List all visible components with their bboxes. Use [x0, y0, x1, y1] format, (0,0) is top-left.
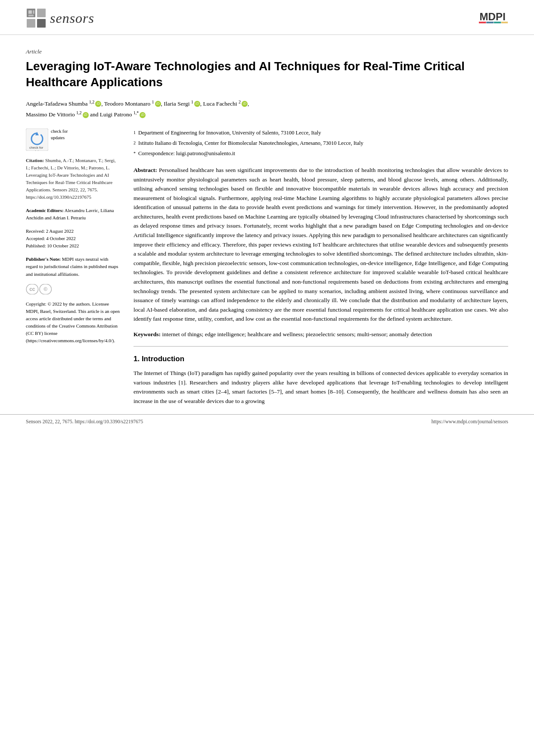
svg-rect-9: [479, 22, 486, 23]
orcid-icon: iD: [83, 112, 89, 118]
affil-num-1: 1: [134, 128, 136, 137]
sensors-journal-icon: [26, 8, 47, 28]
citation-label: Citation:: [26, 158, 44, 163]
affil-ref: 1,*: [134, 110, 139, 115]
keywords-label: Keywords:: [134, 331, 161, 337]
affil-text-2: Istituto Italiano di Tecnologia, Center …: [138, 139, 363, 147]
authors-section: Angela-Tafadzwa Shumba 1,2iD, Teodoro Mo…: [0, 90, 534, 120]
left-column: check for updates check for updates Cita…: [26, 128, 121, 406]
publishers-note-box: Publisher's Note: MDPI stays neutral wit…: [26, 256, 121, 278]
header: sensors MDPI: [0, 0, 534, 35]
affil-ref: 2: [239, 99, 241, 104]
orcid-icon: iD: [155, 101, 161, 107]
svg-text:©: ©: [43, 286, 47, 292]
affil-text-1: Department of Engineering for Innovation…: [138, 128, 321, 137]
academic-editors-box: Academic Editors: Alexandru Lavric, Lili…: [26, 207, 121, 222]
received-date: Received: 2 August 2022: [26, 228, 121, 235]
orcid-icon: iD: [95, 101, 101, 107]
citation-box: Citation: Shumba, A.-T.; Montanaro, T.; …: [26, 157, 121, 201]
svg-rect-4: [28, 10, 32, 14]
keywords-text: Keywords: internet of things; edge intel…: [134, 330, 508, 339]
check-updates-box: check for updates check for updates: [26, 128, 121, 151]
author-line1: Angela-Tafadzwa Shumba 1,2iD, Teodoro Mo…: [26, 100, 249, 107]
footer-right: https://www.mdpi.com/journal/sensors: [432, 418, 508, 425]
mdpi-logo-icon: MDPI: [479, 9, 508, 25]
abstract-label: Abstract:: [134, 167, 157, 173]
accepted-date: Accepted: 4 October 2022: [26, 235, 121, 242]
main-title-section: Leveraging IoT-Aware Technologies and AI…: [0, 56, 534, 90]
keywords-section: Keywords: internet of things; edge intel…: [134, 330, 508, 339]
affiliations-section: 1 Department of Engineering for Innovati…: [134, 128, 508, 158]
sensors-logo: sensors: [26, 8, 94, 28]
journal-name: sensors: [50, 8, 94, 28]
mdpi-logo-container: MDPI: [479, 9, 508, 28]
affil-num-star: *: [134, 149, 136, 158]
author-line2: Massimo De Vittorio 1,2iD and Luigi Patr…: [26, 111, 146, 118]
copyright-text: Copyright: © 2022 by the authors. Licens…: [26, 300, 121, 344]
svg-rect-1: [37, 9, 46, 17]
svg-rect-5: [33, 10, 34, 14]
dates-box: Received: 2 August 2022 Accepted: 4 Octo…: [26, 228, 121, 250]
affiliation-1: 1 Department of Engineering for Innovati…: [134, 128, 508, 137]
svg-text:updates: updates: [30, 150, 42, 151]
check-updates-label: check for updates: [51, 128, 68, 141]
article-type: Article: [26, 48, 42, 55]
orcid-icon: iD: [242, 101, 248, 107]
citation-text: Shumba, A.-T.; Montanaro, T.; Sergi, I.;…: [26, 158, 115, 200]
check-updates-line1: check for: [51, 128, 68, 135]
published-date: Published: 10 October 2022: [26, 242, 121, 250]
svg-rect-10: [486, 22, 494, 23]
publishers-note-label: Publisher's Note:: [26, 256, 61, 262]
svg-rect-6: [28, 15, 34, 16]
check-updates-icon[interactable]: check for updates: [26, 128, 48, 151]
affiliation-2: 2 Istituto Italiano di Tecnologia, Cente…: [134, 139, 508, 147]
affil-ref: 1,2: [89, 99, 95, 104]
check-updates-line2: updates: [51, 135, 68, 141]
article-label: Article: [0, 35, 534, 56]
right-column: 1 Department of Engineering for Innovati…: [134, 128, 508, 406]
orcid-icon: iD: [194, 101, 200, 107]
creative-commons-icon: cc ©: [26, 284, 53, 294]
affil-ref: 1,2: [76, 110, 82, 115]
keywords-body: internet of things; edge intelligence; h…: [162, 331, 432, 337]
header-left: sensors: [26, 8, 94, 28]
svg-rect-12: [501, 22, 508, 23]
abstract-section: Abstract: Personalised healthcare has se…: [134, 166, 508, 324]
section-divider: [134, 346, 508, 347]
abstract-body: Personalised healthcare has seen signifi…: [134, 167, 508, 322]
affil-ref: 1: [152, 99, 154, 104]
academic-editors-label: Academic Editors:: [26, 208, 64, 213]
svg-rect-2: [27, 19, 35, 28]
orcid-icon: iD: [140, 112, 146, 118]
affil-text-correspondence: Correspondence: luigi.patrono@unisalento…: [138, 149, 235, 158]
svg-text:MDPI: MDPI: [480, 11, 506, 22]
footer: Sensors 2022, 22, 7675. https://doi.org/…: [0, 414, 534, 429]
svg-rect-3: [37, 19, 46, 28]
affiliation-correspondence: * Correspondence: luigi.patrono@unisalen…: [134, 149, 508, 158]
svg-text:check for: check for: [29, 146, 43, 150]
two-column-layout: check for updates check for updates Cita…: [0, 120, 534, 406]
affil-ref: 1: [191, 99, 193, 104]
affil-num-2: 2: [134, 139, 136, 147]
svg-text:cc: cc: [29, 286, 35, 292]
svg-rect-11: [494, 22, 501, 23]
section-1-heading: 1. Introduction: [134, 353, 508, 365]
section-1-body: The Internet of Things (IoT) paradigm ha…: [134, 369, 508, 406]
page: sensors MDPI Article Leveraging IoT-Awar…: [0, 0, 534, 756]
paper-title: Leveraging IoT-Aware Technologies and AI…: [26, 59, 508, 90]
footer-left: Sensors 2022, 22, 7675. https://doi.org/…: [26, 418, 143, 425]
abstract-text: Abstract: Personalised healthcare has se…: [134, 166, 508, 324]
cc-license-box: cc ©: [26, 284, 121, 297]
